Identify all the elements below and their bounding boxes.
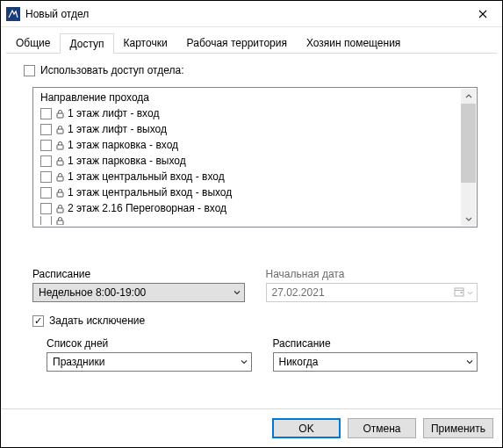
start-date-picker[interactable]: 27.02.2021 <box>266 283 478 302</box>
list-item[interactable]: 1 этаж лифт - вход <box>37 105 473 121</box>
start-date-value: 27.02.2021 <box>272 286 325 299</box>
scroll-track[interactable] <box>461 104 476 211</box>
lock-icon <box>54 108 65 119</box>
scroll-thumb[interactable] <box>461 104 476 183</box>
window-title: Новый отдел <box>25 8 465 20</box>
days-list-value: Праздники <box>53 356 104 368</box>
tab-access[interactable]: Доступ <box>60 33 113 54</box>
passage-header: Направление прохода <box>33 88 477 105</box>
chevron-down-icon <box>467 286 473 299</box>
list-item[interactable]: 1 этаж лифт - выход <box>37 121 473 137</box>
lock-icon <box>54 124 65 134</box>
item-label: 2 этаж 2.16 Переговорная - вход <box>68 202 226 214</box>
use-dept-access-row: Использовать доступ отдела: <box>24 64 485 76</box>
exc-schedule-value: Никогда <box>279 356 319 368</box>
item-checkbox[interactable] <box>40 171 52 183</box>
schedule-label: Расписание <box>32 268 245 280</box>
svg-rect-7 <box>57 220 63 225</box>
lock-icon <box>54 203 65 213</box>
exc-schedule-label: Расписание <box>273 337 478 350</box>
svg-rect-5 <box>57 192 63 197</box>
svg-rect-10 <box>461 292 463 293</box>
svg-rect-1 <box>57 129 63 134</box>
item-checkbox[interactable] <box>40 216 52 225</box>
item-checkbox[interactable] <box>40 203 52 214</box>
lock-icon <box>54 155 65 166</box>
schedule-row: Расписание Недельное 8:00-19:00 Начальна… <box>32 268 478 302</box>
svg-rect-6 <box>57 208 63 213</box>
use-dept-access-label: Использовать доступ отдела: <box>40 64 184 76</box>
item-label: 1 этаж парковка - вход <box>68 139 178 151</box>
calendar-icon <box>454 286 464 300</box>
chevron-down-icon <box>234 286 241 299</box>
svg-rect-3 <box>57 161 63 165</box>
tab-work-area[interactable]: Рабочая территория <box>177 33 297 53</box>
passage-items: 1 этаж лифт - вход 1 этаж лифт - выход 1… <box>33 105 477 227</box>
exception-grid: Список дней Праздники Расписание Никогда <box>47 337 478 372</box>
item-checkbox[interactable] <box>40 124 52 135</box>
exc-schedule-combo[interactable]: Никогда <box>273 352 478 372</box>
passage-listbox-wrap: Направление прохода 1 этаж лифт - вход 1… <box>32 87 478 228</box>
lock-icon <box>54 140 65 150</box>
item-label: 1 этаж центральный вход - выход <box>68 186 232 199</box>
item-checkbox[interactable] <box>40 140 52 151</box>
tab-general[interactable]: Общие <box>6 33 60 53</box>
apply-button[interactable]: Применить <box>423 418 493 438</box>
scroll-down-button[interactable] <box>461 211 476 226</box>
close-button[interactable] <box>465 2 500 26</box>
lock-icon <box>54 216 65 225</box>
item-label: 1 этаж центральный вход - вход <box>68 170 225 183</box>
close-icon <box>478 10 487 18</box>
list-item[interactable]: 1 этаж парковка - вход <box>37 137 473 153</box>
item-label: 1 этаж лифт - вход <box>68 107 159 119</box>
list-item[interactable] <box>37 216 473 225</box>
app-icon <box>6 7 20 21</box>
item-checkbox[interactable] <box>40 108 52 119</box>
svg-rect-2 <box>57 145 63 149</box>
list-item[interactable]: 2 этаж 2.16 Переговорная - вход <box>37 200 473 216</box>
tab-body: Использовать доступ отдела: Направление … <box>1 54 502 408</box>
list-item[interactable]: 1 этаж центральный вход - выход <box>37 184 473 200</box>
schedule-value: Недельное 8:00-19:00 <box>39 286 146 299</box>
lock-icon <box>54 171 65 182</box>
ok-button[interactable]: OK <box>272 418 341 438</box>
titlebar: Новый отдел <box>1 1 502 27</box>
list-item[interactable]: 1 этаж парковка - выход <box>37 153 473 169</box>
chevron-down-icon <box>241 356 248 368</box>
item-label: 1 этаж лифт - выход <box>68 123 167 135</box>
use-dept-access-checkbox[interactable] <box>24 65 35 76</box>
days-list-combo[interactable]: Праздники <box>47 352 252 372</box>
schedule-combo[interactable]: Недельное 8:00-19:00 <box>32 283 245 302</box>
cancel-button[interactable]: Отмена <box>348 418 416 438</box>
dialog-window: Новый отдел Общие Доступ Карточки Рабоча… <box>0 0 503 448</box>
tab-cards[interactable]: Карточки <box>114 33 177 53</box>
list-item[interactable]: 1 этаж центральный вход - вход <box>37 169 473 184</box>
chevron-down-icon <box>466 356 473 368</box>
exception-row: Задать исключение <box>32 314 485 327</box>
start-date-label: Начальная дата <box>266 268 478 280</box>
dialog-footer: OK Отмена Применить <box>1 408 502 447</box>
item-label: 1 этаж парковка - выход <box>68 155 186 167</box>
item-checkbox[interactable] <box>40 187 52 199</box>
days-list-label: Список дней <box>47 337 252 350</box>
lock-icon <box>54 187 65 198</box>
passage-listbox[interactable]: Направление прохода 1 этаж лифт - вход 1… <box>32 87 478 228</box>
scroll-up-button[interactable] <box>461 89 476 104</box>
item-checkbox[interactable] <box>40 155 52 167</box>
tab-room-owner[interactable]: Хозяин помещения <box>297 33 410 53</box>
svg-rect-0 <box>57 113 63 118</box>
tab-strip: Общие Доступ Карточки Рабочая территория… <box>1 27 502 53</box>
exception-label: Задать исключение <box>49 314 145 327</box>
svg-rect-4 <box>57 177 63 181</box>
scrollbar[interactable] <box>461 89 476 226</box>
exception-checkbox[interactable] <box>32 315 44 327</box>
